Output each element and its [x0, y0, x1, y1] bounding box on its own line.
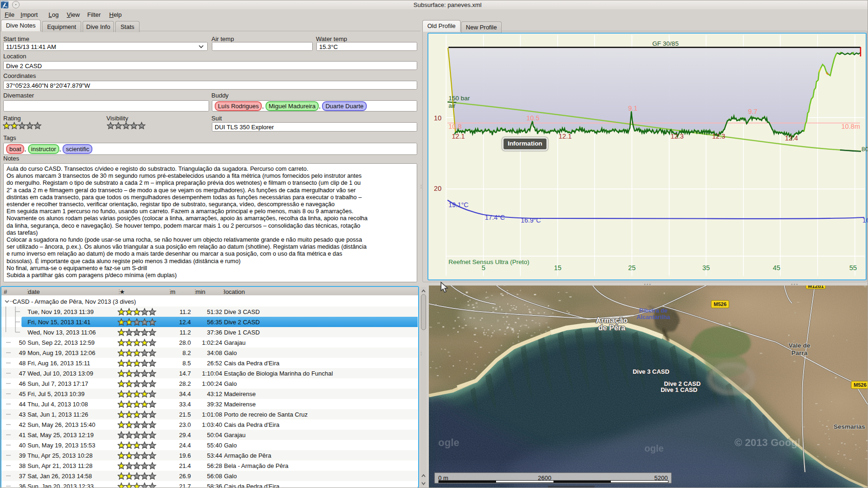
svg-text:20: 20 [434, 185, 441, 192]
svg-text:M526: M526 [714, 301, 727, 307]
svg-text:25: 25 [628, 264, 636, 272]
svg-text:ogle: ogle [644, 443, 664, 453]
svg-text:Dive 3 CASD: Dive 3 CASD [633, 368, 670, 375]
svg-text:Reefnet Sensus Ultra (Preto): Reefnet Sensus Ultra (Preto) [448, 258, 529, 265]
svg-text:9.7: 9.7 [748, 108, 757, 115]
svg-text:150 bar: 150 bar [448, 95, 470, 102]
svg-text:© 2013 Googl: © 2013 Googl [735, 437, 800, 448]
svg-text:Alcantarilha: Alcantarilha [637, 314, 671, 321]
svg-text:Armação: Armação [596, 316, 628, 324]
svg-text:GF 30/85: GF 30/85 [652, 40, 679, 47]
svg-text:10: 10 [434, 114, 441, 122]
svg-text:16: 16 [862, 216, 868, 224]
svg-text:12.3: 12.3 [671, 132, 684, 140]
svg-text:M12d1: M12d1 [808, 286, 824, 289]
svg-text:12.3: 12.3 [712, 132, 725, 140]
svg-text:17.4°C: 17.4°C [485, 214, 505, 221]
svg-text:12.4: 12.4 [785, 134, 798, 142]
svg-text:Dive 1 CASD: Dive 1 CASD [661, 386, 698, 393]
svg-text:55: 55 [849, 264, 857, 272]
svg-text:de Pêra: de Pêra [598, 324, 625, 332]
svg-text:35: 35 [702, 264, 710, 272]
svg-text:9.1: 9.1 [628, 105, 637, 112]
svg-text:Sesmarias: Sesmarias [833, 423, 865, 430]
svg-text:Ribeira de: Ribeira de [639, 307, 667, 314]
svg-text:Vale de: Vale de [789, 342, 811, 349]
svg-text:12.1: 12.1 [559, 132, 572, 140]
svg-text:M526: M526 [854, 382, 867, 388]
svg-text:10.8m: 10.8m [841, 123, 860, 130]
svg-text:air: air [448, 102, 456, 109]
svg-text:15: 15 [554, 264, 561, 272]
svg-text:19.1°C: 19.1°C [448, 201, 469, 209]
svg-text:12.1: 12.1 [452, 132, 465, 140]
svg-text:10.8: 10.8 [448, 123, 462, 130]
svg-text:ogle: ogle [438, 437, 459, 448]
svg-text:16.9°C: 16.9°C [521, 216, 541, 224]
svg-text:Parra: Parra [791, 349, 808, 356]
svg-text:80 b: 80 b [861, 146, 868, 153]
svg-text:45: 45 [773, 264, 780, 272]
svg-text:10.5: 10.5 [526, 114, 539, 122]
